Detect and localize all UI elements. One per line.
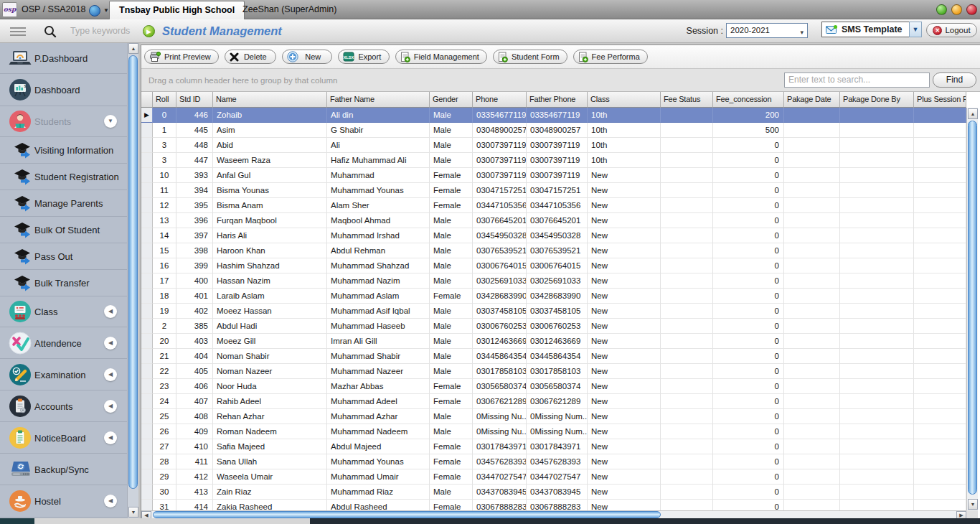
- cell[interactable]: Maqbool Ahmad: [327, 213, 430, 228]
- sms-template-button[interactable]: SMS Template: [821, 22, 910, 37]
- cell[interactable]: 24: [153, 394, 176, 409]
- cell[interactable]: 0: [713, 424, 784, 439]
- cell[interactable]: Noman Nazeer: [213, 364, 327, 379]
- cell[interactable]: Ali din: [327, 108, 430, 123]
- cell[interactable]: Muhammad Haseeb: [327, 319, 430, 334]
- cell[interactable]: [840, 183, 914, 198]
- new-button[interactable]: New: [282, 50, 332, 64]
- tab-school[interactable]: Tnsbay Public High School: [109, 1, 245, 19]
- cell[interactable]: Male: [430, 228, 473, 243]
- cell[interactable]: 406: [176, 379, 213, 394]
- print-preview-button[interactable]: Print Preview: [144, 50, 219, 64]
- cell[interactable]: [840, 500, 914, 510]
- cell[interactable]: Alam Sher: [327, 198, 430, 213]
- delete-button[interactable]: Delete: [225, 50, 276, 64]
- cell[interactable]: 03056580374: [527, 379, 588, 394]
- cell[interactable]: 20: [153, 334, 176, 349]
- close-button[interactable]: [966, 4, 977, 15]
- cell[interactable]: Male: [430, 213, 473, 228]
- cell[interactable]: 17: [153, 273, 176, 289]
- cell[interactable]: 385: [176, 319, 213, 334]
- cell[interactable]: [661, 228, 713, 243]
- cell[interactable]: Muhammad Shahzad: [327, 258, 430, 273]
- cell[interactable]: 12: [153, 198, 176, 213]
- grid-vertical-scrollbar[interactable]: ▲ ▼: [966, 108, 978, 510]
- cell[interactable]: 3: [153, 153, 176, 168]
- cell[interactable]: 395: [176, 198, 213, 213]
- cell[interactable]: New: [588, 439, 661, 454]
- column-header-pakage-done-by[interactable]: Pakage Done By: [840, 92, 914, 108]
- cell[interactable]: [784, 108, 840, 123]
- cell[interactable]: 10th: [588, 123, 661, 138]
- sidebar-scroll-thumb[interactable]: [128, 55, 138, 489]
- cell[interactable]: 11: [153, 183, 176, 198]
- sidebar-item-accounts[interactable]: Accounts◀: [0, 390, 127, 422]
- cell[interactable]: 29: [153, 469, 176, 485]
- table-row[interactable]: 14397Haris AliMuhammad IrshadMale0345495…: [141, 228, 966, 243]
- cell[interactable]: 16: [153, 258, 176, 273]
- cell[interactable]: 03047157251: [527, 183, 588, 198]
- sidebar-item-backup-sync[interactable]: Backup/Sync: [0, 454, 127, 485]
- cell[interactable]: 03437083945: [473, 485, 527, 500]
- cell[interactable]: 03445864354: [527, 349, 588, 364]
- cell[interactable]: 413: [176, 485, 213, 500]
- cell[interactable]: [840, 485, 914, 500]
- sidebar-item-manage-parents[interactable]: Manage Parents: [0, 190, 127, 217]
- cell[interactable]: Male: [430, 334, 473, 349]
- grid-search-input[interactable]: Enter text to search...: [784, 72, 930, 88]
- cell[interactable]: [914, 394, 966, 409]
- cell[interactable]: 404: [176, 349, 213, 364]
- cell[interactable]: 03007397119: [527, 153, 588, 168]
- cell[interactable]: Abdul Rehman: [327, 243, 430, 258]
- table-row[interactable]: 27410Safia MajeedAbdul MajeedFemale03017…: [141, 439, 966, 454]
- cell[interactable]: 0Missing Nu...: [473, 424, 527, 439]
- column-header-name[interactable]: Name: [213, 92, 327, 108]
- cell[interactable]: Muhammad Younas: [327, 183, 430, 198]
- cell[interactable]: 03007397119: [527, 168, 588, 183]
- cell[interactable]: Female: [430, 439, 473, 454]
- cell[interactable]: Waseem Raza: [213, 153, 327, 168]
- field-management-button[interactable]: Field Management: [395, 50, 487, 64]
- column-header-father-name[interactable]: Father Name: [327, 92, 430, 108]
- cell[interactable]: 401: [176, 289, 213, 304]
- scroll-up-icon[interactable]: ▲: [128, 43, 138, 54]
- cell[interactable]: Abdul Rasheed: [327, 500, 430, 510]
- find-button[interactable]: Find: [933, 72, 976, 88]
- cell[interactable]: 448: [176, 138, 213, 153]
- cell[interactable]: New: [588, 183, 661, 198]
- cell[interactable]: [784, 289, 840, 304]
- cell[interactable]: [840, 228, 914, 243]
- cell[interactable]: Female: [430, 289, 473, 304]
- cell[interactable]: [840, 138, 914, 153]
- cell[interactable]: 18: [153, 289, 176, 304]
- minimize-button[interactable]: [936, 4, 947, 15]
- column-header-fee-concession[interactable]: Fee_concession: [713, 92, 784, 108]
- cell[interactable]: Male: [430, 364, 473, 379]
- column-header-pakage-date[interactable]: Pakage Date: [784, 92, 840, 108]
- column-header-father-phone[interactable]: Father Phone: [527, 92, 588, 108]
- cell[interactable]: 408: [176, 409, 213, 424]
- cell[interactable]: [784, 394, 840, 409]
- cell[interactable]: [914, 138, 966, 153]
- cell[interactable]: 03047157251: [473, 183, 527, 198]
- cell[interactable]: [914, 198, 966, 213]
- cell[interactable]: [914, 319, 966, 334]
- cell[interactable]: Bisma Anam: [213, 198, 327, 213]
- cell[interactable]: 0: [713, 304, 784, 319]
- session-select[interactable]: 2020-2021 ▾: [726, 23, 808, 38]
- cell[interactable]: Asim: [213, 123, 327, 138]
- cell[interactable]: 445: [176, 123, 213, 138]
- cell[interactable]: 0: [713, 243, 784, 258]
- cell[interactable]: [661, 394, 713, 409]
- cell[interactable]: Muhammad Riaz: [327, 485, 430, 500]
- keyword-search-input[interactable]: Type keywords: [70, 19, 130, 43]
- table-row[interactable]: 17400Hassan NazimMuhammad NazimMale03025…: [141, 273, 966, 289]
- cell[interactable]: New: [588, 304, 661, 319]
- cell[interactable]: Zakia Rasheed: [213, 500, 327, 510]
- cell[interactable]: 0: [713, 334, 784, 349]
- cell[interactable]: [661, 469, 713, 485]
- cell[interactable]: [914, 485, 966, 500]
- cell[interactable]: [914, 183, 966, 198]
- cell[interactable]: 03017843971: [527, 439, 588, 454]
- collapse-arrow-icon[interactable]: ◀: [104, 400, 117, 413]
